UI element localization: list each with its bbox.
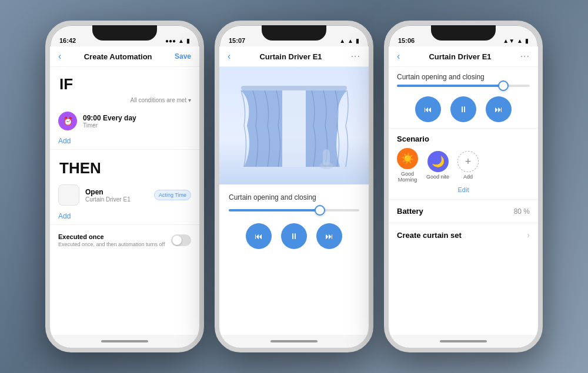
screen-3: ‹ Curtain Driver E1 ··· Curtain opening …	[389, 46, 538, 335]
signal-icon-1: ●●●	[165, 38, 176, 44]
home-indicator-3	[440, 340, 487, 342]
execute-sub: Executed once, and then automation turns…	[58, 241, 166, 247]
morning-label: GoodMorning	[398, 171, 417, 183]
curtain-control-section: Curtain opening and closing ⏮ ⏸ ⏭	[389, 67, 538, 129]
curtain-label-3: Curtain opening and closing	[397, 73, 530, 81]
nite-icon: 🌙	[427, 151, 449, 172]
divider-2	[50, 224, 199, 225]
nite-label: Good nite	[426, 174, 449, 180]
pause-button-3[interactable]: ⏸	[450, 96, 476, 122]
action-item[interactable]: Open Curtain Driver E1 Acting Time	[50, 180, 199, 210]
home-bar-1	[50, 335, 199, 348]
execute-once-row: Executed once Executed once, and then au…	[50, 228, 199, 252]
curtain-set-row[interactable]: Create curtain set ›	[389, 223, 538, 247]
action-info: Open Curtain Driver E1	[85, 188, 148, 203]
svg-rect-3	[323, 149, 330, 166]
slider-track-3[interactable]	[397, 85, 530, 87]
add-button-2[interactable]: Add	[50, 209, 79, 224]
signal-icon-3: ▲▼	[503, 38, 514, 44]
scenario-item-nite[interactable]: 🌙 Good nite	[426, 151, 449, 180]
divider-1	[50, 149, 199, 150]
control-buttons-2: ⏮ ⏸ ⏭	[219, 215, 369, 257]
edit-link[interactable]: Edit	[397, 186, 530, 193]
wifi-icon-2: ▲	[348, 38, 353, 44]
timer-icon: ⏰	[58, 112, 77, 130]
wifi-icon-1: ▲	[178, 38, 184, 44]
add-button-1[interactable]: Add	[50, 133, 79, 149]
rewind-button-2[interactable]: ⏮	[246, 223, 272, 249]
timer-info: 09:00 Every day Timer	[83, 114, 136, 129]
more-button-2[interactable]: ···	[351, 51, 360, 62]
status-icons-2: ▲ ▲ ▮	[339, 38, 359, 44]
action-sub: Curtain Driver E1	[85, 196, 148, 203]
scenario-item-morning[interactable]: ☀️ GoodMorning	[397, 148, 418, 183]
time-1: 16:42	[59, 37, 76, 44]
slider-fill-3	[397, 85, 503, 87]
add-scenario-label: Add	[463, 174, 473, 180]
execute-main: Executed once	[58, 233, 166, 240]
battery-value: 80 %	[514, 207, 530, 216]
timer-item[interactable]: ⏰ 09:00 Every day Timer	[50, 107, 199, 135]
morning-icon: ☀️	[397, 148, 418, 169]
execute-toggle[interactable]	[171, 234, 191, 246]
status-icons-1: ●●● ▲ ▮	[165, 38, 190, 44]
time-2: 15:07	[229, 37, 245, 44]
time-3: 15:06	[398, 37, 415, 44]
nav-title-2: Curtain Driver E1	[230, 52, 350, 61]
forward-button-3[interactable]: ⏭	[486, 96, 512, 122]
phone-3: 15:06 ▲▼ ▲ ▮ ‹ Curtain Driver E1 ··· Cur…	[384, 21, 543, 352]
control-buttons-3: ⏮ ⏸ ⏭	[397, 93, 530, 122]
curtain-set-label: Create curtain set	[397, 231, 462, 240]
home-indicator-2	[270, 340, 318, 342]
add-scenario-icon: +	[457, 151, 479, 172]
wifi-icon-3: ▲	[517, 38, 523, 44]
nav-bar-2: ‹ Curtain Driver E1 ···	[219, 46, 369, 67]
phone-1: 16:42 ●●● ▲ ▮ ‹ Create Automation Save I…	[45, 21, 204, 352]
battery-icon-1: ▮	[186, 38, 190, 44]
curtain-label-2: Curtain opening and closing	[229, 193, 316, 201]
save-button-1[interactable]: Save	[175, 52, 191, 61]
slider-thumb-2[interactable]	[315, 205, 325, 216]
toggle-knob	[172, 236, 182, 245]
curtain-illustration-2	[235, 79, 353, 173]
home-bar-3	[389, 335, 538, 348]
status-icons-3: ▲▼ ▲ ▮	[503, 38, 529, 44]
condition-text[interactable]: All conditions are met ▾	[131, 97, 191, 103]
home-bar-2	[219, 335, 369, 348]
curtain-label-area-2: Curtain opening and closing	[219, 184, 369, 206]
screen-2: ‹ Curtain Driver E1 ···	[219, 46, 369, 335]
if-label: IF	[50, 69, 199, 96]
svg-rect-0	[241, 86, 347, 90]
pause-button-2[interactable]: ⏸	[281, 223, 307, 249]
battery-label: Battery	[397, 207, 423, 216]
more-button-3[interactable]: ···	[520, 51, 530, 62]
notch-3	[431, 25, 496, 41]
rewind-button-3[interactable]: ⏮	[415, 96, 441, 122]
scenario-title: Scenario	[397, 135, 530, 143]
condition-row: All conditions are met ▾	[50, 96, 199, 107]
curtain-set-chevron: ›	[527, 230, 530, 240]
nav-title-1: Create Automation	[61, 52, 175, 61]
battery-row: Battery 80 %	[389, 200, 538, 223]
scenario-section: Scenario ☀️ GoodMorning 🌙 Good nite + Ad…	[389, 129, 538, 200]
nav-bar-3: ‹ Curtain Driver E1 ···	[389, 46, 538, 67]
action-icon	[58, 184, 79, 206]
nav-title-3: Curtain Driver E1	[400, 52, 520, 61]
slider-fill-2	[229, 209, 320, 211]
then-label: THEN	[50, 153, 199, 180]
slider-thumb-3[interactable]	[498, 80, 509, 91]
scenario-item-add[interactable]: + Add	[457, 151, 479, 180]
timer-main: 09:00 Every day	[83, 114, 136, 122]
slider-track-2[interactable]	[229, 209, 359, 211]
action-main: Open	[85, 188, 148, 196]
home-indicator-1	[101, 340, 148, 342]
notch-1	[92, 25, 157, 41]
curtain-image-2	[219, 67, 369, 184]
nav-bar-1: ‹ Create Automation Save	[50, 46, 199, 67]
scenario-icons: ☀️ GoodMorning 🌙 Good nite + Add	[397, 148, 530, 183]
signal-icon-2: ▲	[339, 38, 345, 44]
svg-rect-1	[282, 90, 306, 167]
forward-button-2[interactable]: ⏭	[316, 223, 342, 249]
screen-1: ‹ Create Automation Save IF All conditio…	[50, 46, 199, 335]
acting-badge: Acting Time	[154, 190, 191, 200]
